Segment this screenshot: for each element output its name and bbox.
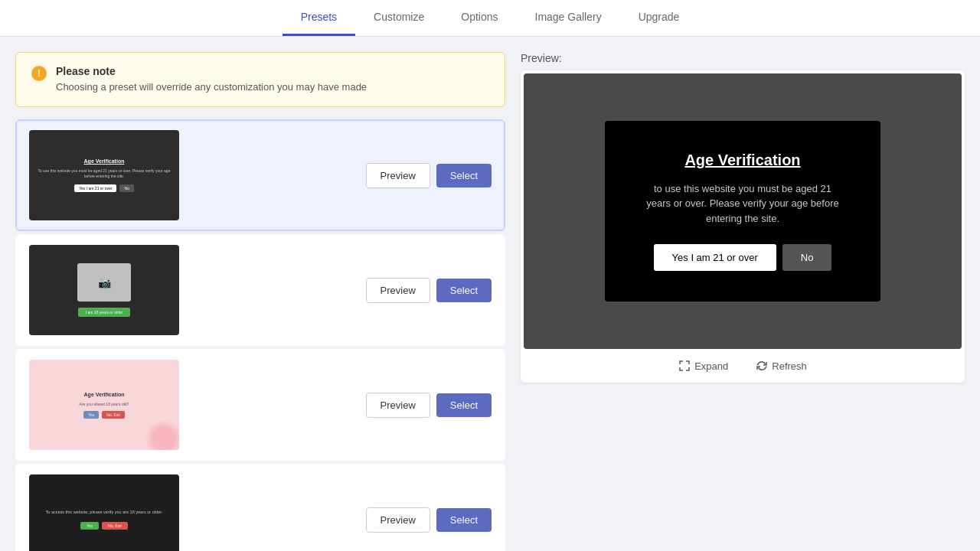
preview-frame: Age Verification to use this website you… xyxy=(524,73,962,349)
expand-icon xyxy=(678,360,691,372)
preview-button-4[interactable]: Preview xyxy=(366,507,430,533)
refresh-icon xyxy=(756,360,768,372)
tab-image-gallery[interactable]: Image Gallery xyxy=(517,0,620,36)
thumb3-decoration xyxy=(145,419,179,450)
thumb3-btn-no: No, Exit xyxy=(102,411,125,419)
preview-label: Preview: xyxy=(521,52,965,64)
thumb1-btn-no: No xyxy=(119,184,133,192)
thumb3-btn-yes: Yes xyxy=(83,411,99,419)
thumb3-text: Are you atleast 18 years old? xyxy=(80,402,129,406)
expand-button[interactable]: Expand xyxy=(672,357,734,375)
preview-modal-btn-no[interactable]: No xyxy=(782,244,832,271)
presets-panel: ! Please note Choosing a preset will ove… xyxy=(15,52,505,551)
preview-button-2[interactable]: Preview xyxy=(366,278,430,303)
preview-modal: Age Verification to use this website you… xyxy=(605,121,880,302)
preview-container: Age Verification to use this website you… xyxy=(521,70,965,383)
thumb1-btn-yes: Yes I am 21 or over xyxy=(74,184,116,192)
preset-card-2: 📷 I am 18 years or older Preview Select xyxy=(15,234,505,346)
preset-thumb-3: Age Verification Are you atleast 18 year… xyxy=(29,360,179,450)
tab-customize[interactable]: Customize xyxy=(355,0,443,36)
expand-label: Expand xyxy=(694,360,728,372)
preset-card-1: Age Verification To use this website you… xyxy=(15,119,505,231)
thumb2-btn: I am 18 years or older xyxy=(78,308,131,317)
thumb3-title: Age Verification xyxy=(84,392,125,397)
tab-options[interactable]: Options xyxy=(443,0,516,36)
preview-panel: Preview: Age Verification to use this we… xyxy=(505,52,965,551)
refresh-label: Refresh xyxy=(772,360,807,372)
notice-title: Please note xyxy=(56,65,367,77)
preview-footer: Expand Refresh xyxy=(524,349,962,380)
thumb4-text: To access this website, please verify yo… xyxy=(46,510,163,516)
preview-button-3[interactable]: Preview xyxy=(366,393,430,418)
preset-card-3: Age Verification Are you atleast 18 year… xyxy=(15,349,505,461)
preset-card-4: To access this website, please verify yo… xyxy=(15,464,505,551)
top-navigation: Presets Customize Options Image Gallery … xyxy=(0,0,980,37)
preset-thumb-1: Age Verification To use this website you… xyxy=(29,130,179,220)
notice-box: ! Please note Choosing a preset will ove… xyxy=(15,52,505,107)
thumb2-img-placeholder: 📷 xyxy=(77,263,131,302)
preset-thumb-4: To access this website, please verify yo… xyxy=(29,474,179,551)
preview-modal-btn-yes[interactable]: Yes I am 21 or over xyxy=(654,244,776,271)
select-button-2[interactable]: Select xyxy=(436,279,492,302)
thumb1-text: To use this website you must be aged 21 … xyxy=(37,168,172,178)
notice-icon: ! xyxy=(31,66,47,81)
tab-upgrade[interactable]: Upgrade xyxy=(620,0,698,36)
tab-presets[interactable]: Presets xyxy=(283,0,355,36)
preview-modal-title: Age Verification xyxy=(643,152,842,169)
notice-text: Choosing a preset will override any cust… xyxy=(56,80,367,94)
thumb4-btn-yes: Yes xyxy=(80,522,99,530)
thumb1-title: Age Verification xyxy=(84,158,125,164)
refresh-button[interactable]: Refresh xyxy=(750,357,813,375)
select-button-4[interactable]: Select xyxy=(436,508,492,532)
select-button-3[interactable]: Select xyxy=(436,393,492,417)
preview-modal-text: to use this website you must be aged 21 … xyxy=(643,181,842,227)
preset-list: Age Verification To use this website you… xyxy=(15,119,505,551)
preset-thumb-2: 📷 I am 18 years or older xyxy=(29,245,179,335)
preview-button-1[interactable]: Preview xyxy=(366,163,430,188)
thumb4-btn-no: No, Exit xyxy=(102,522,128,530)
select-button-1[interactable]: Select xyxy=(436,164,492,187)
